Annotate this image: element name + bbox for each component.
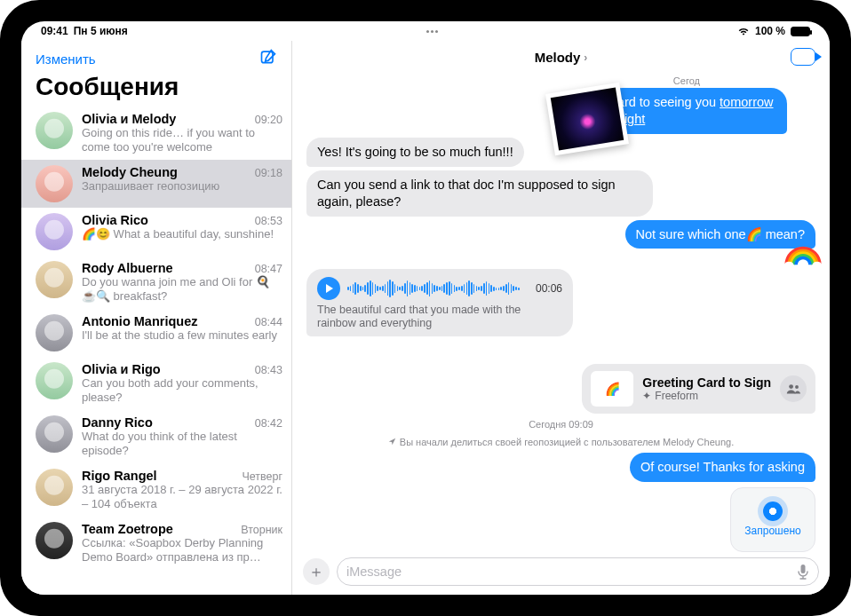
conversation-item[interactable]: Olivia и Rigo08:43Can you both add your …: [21, 357, 291, 410]
avatar: [36, 213, 73, 250]
conversation-name: Antonio Manriquez: [82, 314, 198, 328]
conversation-item[interactable]: Rody Albuerne08:47Do you wanna join me a…: [21, 256, 291, 309]
conversation-preview: 31 августа 2018 г. – 29 августа 2022 г. …: [82, 483, 282, 511]
avatar: [36, 362, 73, 399]
status-date: Пн 5 июня: [74, 25, 128, 37]
avatar: [36, 112, 73, 149]
conversation-time: 08:42: [255, 417, 282, 430]
chevron-right-icon: ›: [584, 51, 587, 64]
facetime-button[interactable]: [791, 48, 815, 66]
conversation-name: Danny Rico: [82, 415, 153, 430]
conversation-preview: Going on this ride… if you want to come …: [82, 126, 282, 154]
conversation-preview: I'll be at the studio a few minutes earl…: [82, 328, 282, 343]
day-label: Сегод: [673, 75, 700, 86]
attach-button[interactable]: ＋: [303, 558, 330, 585]
input-placeholder: iMessage: [346, 565, 402, 579]
message-bubble-incoming[interactable]: Yes! It's going to be so much fun!!!: [306, 138, 524, 167]
conversation-name: Olivia и Melody: [82, 112, 176, 126]
message-bubble-outgoing[interactable]: Not sure which one🌈 mean?: [625, 220, 816, 249]
avatar: [36, 469, 73, 506]
conversation-time: 08:43: [255, 364, 282, 376]
wifi-icon: [737, 27, 750, 36]
avatar: [36, 314, 73, 351]
collaboration-icon[interactable]: [780, 375, 807, 402]
conversation-item[interactable]: Danny Rico08:42What do you think of the …: [21, 410, 291, 463]
battery-percent: 100 %: [755, 25, 785, 37]
message-input[interactable]: iMessage: [337, 557, 819, 586]
svg-point-4: [795, 385, 799, 389]
conversation-preview: Do you wanna join me and Oli for 🍳☕🔍 bre…: [82, 275, 282, 304]
conversation-time: Вторник: [241, 524, 282, 536]
sidebar-title: Сообщения: [21, 73, 291, 107]
conversation-item[interactable]: Olivia и Melody09:20Going on this ride… …: [21, 107, 291, 160]
conversation-name: Rody Albuerne: [82, 261, 173, 275]
conversation-preview: Запрашивает геопозицию: [82, 179, 282, 193]
rainbow-sticker: [783, 240, 823, 268]
conversation-preview: Can you both add your comments, please?: [82, 376, 282, 405]
conversation-name: Olivia и Rigo: [82, 362, 161, 376]
compose-icon[interactable]: [259, 48, 277, 69]
audio-waveform[interactable]: [347, 279, 529, 298]
conversation-item[interactable]: Olivia Rico08:53🌈😊 What a beautiful day,…: [21, 208, 291, 256]
message-bubble-outgoing[interactable]: ard to seeing you tomorrow night: [607, 88, 787, 134]
conversation-time: 09:20: [255, 114, 282, 126]
conversation-time: 08:47: [255, 263, 282, 275]
audio-transcript: The beautiful card that you made with th…: [317, 304, 562, 330]
conversation-name: Rigo Rangel: [82, 469, 157, 483]
svg-point-2: [813, 262, 823, 268]
system-location-notice: Вы начали делиться своей геопозицией с п…: [306, 437, 815, 447]
location-request-card[interactable]: Запрошено: [730, 487, 815, 552]
svg-point-3: [789, 384, 793, 389]
conversation-time: 08:53: [255, 215, 282, 227]
svg-point-1: [784, 262, 794, 268]
play-button[interactable]: [317, 277, 340, 300]
attachment-source: ✦Freeform: [642, 390, 771, 402]
attachment-title: Greeting Card to Sign: [642, 375, 771, 390]
status-bar: 09:41 Пн 5 июня 100 %: [21, 21, 830, 41]
battery-icon: [791, 27, 810, 36]
avatar: [36, 522, 73, 559]
conversation-preview: 🌈😊 What a beautiful day, sunshine!: [82, 227, 282, 241]
conversation-item[interactable]: Antonio Manriquez08:44I'll be at the stu…: [21, 309, 291, 357]
freeform-attachment[interactable]: 🌈 Greeting Card to Sign ✦Freeform: [582, 364, 815, 414]
conversation-item[interactable]: Melody Cheung09:18Запрашивает геопозицию: [21, 160, 291, 208]
voice-message[interactable]: 00:06 The beautiful card that you made w…: [306, 269, 573, 336]
chat-contact-name[interactable]: Melody ›: [535, 50, 588, 65]
conversation-name: Olivia Rico: [82, 213, 148, 227]
conversation-preview: Ссылка: «Soapbox Derby Planning Demo Boa…: [82, 536, 282, 565]
message-bubble-outgoing[interactable]: Of course! Thanks for asking: [630, 453, 815, 482]
photo-attachment[interactable]: [545, 83, 629, 155]
conversation-item[interactable]: Rigo RangelЧетверг31 августа 2018 г. – 2…: [21, 463, 291, 517]
location-status: Запрошено: [744, 525, 800, 537]
conversation-preview: What do you think of the latest episode?: [82, 430, 282, 458]
svg-rect-5: [801, 565, 806, 573]
conversation-list: Olivia и Melody09:20Going on this ride… …: [21, 107, 291, 595]
conversation-name: Melody Cheung: [82, 165, 178, 179]
avatar: [36, 165, 73, 202]
location-arrow-icon: [388, 438, 396, 446]
conversation-time: 08:44: [255, 316, 282, 328]
message-bubble-incoming[interactable]: Can you send a link to that doc I'm supp…: [306, 170, 653, 217]
system-timestamp: Сегодня 09:09: [306, 419, 815, 430]
attachment-thumbnail: 🌈: [591, 371, 633, 407]
conversation-time: 09:18: [255, 167, 282, 179]
conversation-item[interactable]: Team ZoetropeВторникСсылка: «Soapbox Der…: [21, 517, 291, 570]
multitask-dots[interactable]: [426, 30, 438, 33]
message-list: Сегод ard to seeing you tomorrow night Y…: [292, 70, 830, 552]
conversation-sidebar: Изменить Сообщения Olivia и Melody09:20G…: [21, 41, 292, 595]
status-time: 09:41: [41, 25, 68, 37]
audio-duration: 00:06: [536, 282, 562, 295]
edit-button[interactable]: Изменить: [36, 51, 96, 67]
conversation-name: Team Zoetrope: [82, 522, 173, 536]
chat-pane: Melody › Сегод ard to seeing yo: [292, 41, 830, 595]
avatar: [36, 415, 73, 453]
location-dot-icon: [763, 501, 783, 521]
avatar: [36, 261, 73, 298]
compose-bar: ＋ iMessage: [292, 552, 830, 595]
mic-icon[interactable]: [797, 564, 809, 580]
conversation-time: Четверг: [242, 470, 282, 483]
